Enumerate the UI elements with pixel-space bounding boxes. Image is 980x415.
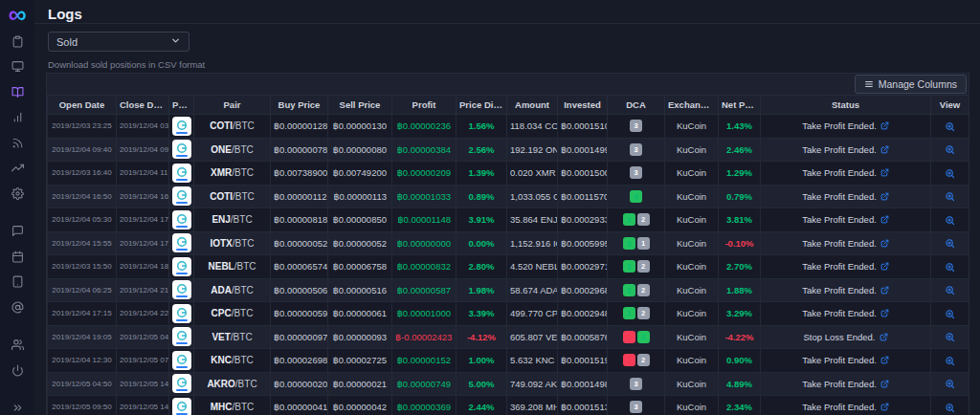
signal-provider-icon[interactable] <box>172 398 191 415</box>
column-header[interactable]: Price Differe.. <box>457 96 507 115</box>
dca-cell: 12 <box>608 325 665 349</box>
buy-price-cell: ฿0.00000059 <box>271 302 328 326</box>
signal-provider-icon[interactable] <box>172 140 191 159</box>
manage-columns-button[interactable]: Manage Columns <box>855 75 967 94</box>
status-cell: Take Profit Ended. <box>761 396 931 415</box>
signal-provider-icon[interactable] <box>172 164 191 183</box>
exchange-cell: KuCoin <box>665 231 719 255</box>
trending-up-icon[interactable] <box>0 156 34 182</box>
profit-cell: ฿0.00001148 <box>392 208 457 232</box>
gear-icon[interactable] <box>0 181 34 207</box>
column-header[interactable]: Buy Price <box>271 96 328 115</box>
zoom-in-icon[interactable] <box>945 378 955 388</box>
zoom-in-icon[interactable] <box>945 214 955 225</box>
price-difference-cell: 1.39% <box>457 162 507 186</box>
column-header[interactable]: Sell Price <box>328 96 392 115</box>
external-link-icon[interactable] <box>880 144 889 155</box>
status-text: Take Profit Ended. <box>802 285 877 295</box>
clipboard-icon[interactable] <box>0 29 34 55</box>
app-logo-infinity-icon[interactable]: ∞ <box>0 0 34 29</box>
signal-provider-icon[interactable] <box>172 304 191 323</box>
signal-provider-icon[interactable] <box>172 327 191 346</box>
table-row: 2019/12/05 09:502019/12/05 14:48MHC/BTC฿… <box>48 396 969 415</box>
status-text: Take Profit Ended. <box>802 402 877 412</box>
zoom-in-icon[interactable] <box>945 261 955 272</box>
status-cell: Stop Loss Ended. <box>761 325 931 349</box>
zoom-in-icon[interactable] <box>945 167 955 178</box>
column-header[interactable]: View <box>931 96 969 115</box>
sell-price-cell: ฿0.00749200 <box>328 162 392 186</box>
chat-icon[interactable] <box>0 219 34 245</box>
external-link-icon[interactable] <box>880 308 889 318</box>
chevrons-right-icon[interactable] <box>0 396 34 415</box>
close-date-cell: 2019/12/04 17:10 <box>117 208 169 232</box>
status-text: Take Profit Ended. <box>802 120 877 131</box>
column-header[interactable]: Amount <box>507 96 558 115</box>
zoom-in-icon[interactable] <box>945 143 955 154</box>
close-date-cell: 2019/12/05 04:15 <box>117 325 169 349</box>
signal-provider-icon[interactable] <box>172 280 191 299</box>
signal-provider-icon[interactable] <box>172 257 191 276</box>
logs-table-card: Manage Columns Open DateClose DateProvi.… <box>46 73 969 415</box>
book-logs-icon[interactable] <box>0 79 34 105</box>
exchange-cell: KuCoin <box>665 349 719 373</box>
external-link-icon[interactable] <box>880 332 888 342</box>
column-header[interactable]: DCA <box>608 96 665 115</box>
tablet-icon[interactable] <box>0 270 34 295</box>
zoom-in-icon[interactable] <box>945 402 955 412</box>
buy-price-cell: ฿0.00000052 <box>271 231 328 255</box>
pair-cell: XMR/BTC <box>194 162 271 186</box>
provider-underline <box>176 202 188 204</box>
dca-badge: 1 <box>623 260 635 273</box>
exchange-cell: KuCoin <box>665 325 719 349</box>
bar-chart-icon[interactable] <box>0 105 34 131</box>
external-link-icon[interactable] <box>880 379 889 389</box>
signal-provider-icon[interactable] <box>172 186 191 206</box>
signal-provider-icon[interactable] <box>172 374 191 393</box>
signal-provider-icon[interactable] <box>172 233 191 252</box>
zoom-in-icon[interactable] <box>945 190 955 201</box>
column-header[interactable]: Exchange na.. <box>665 96 719 115</box>
external-link-icon[interactable] <box>880 261 889 272</box>
rss-icon[interactable] <box>0 130 34 156</box>
column-header[interactable]: Pair <box>194 96 271 115</box>
column-header[interactable]: Net Profit % <box>719 96 761 115</box>
zoom-in-icon[interactable] <box>945 331 955 341</box>
price-difference-cell: 0.89% <box>457 185 507 208</box>
external-link-icon[interactable] <box>880 214 889 225</box>
signal-provider-icon[interactable] <box>172 117 191 136</box>
calendar-icon[interactable] <box>0 244 34 270</box>
zoom-in-icon[interactable] <box>945 284 955 295</box>
column-header[interactable]: Status <box>761 96 931 115</box>
download-csv-link[interactable]: Download sold positions in CSV format <box>48 59 205 70</box>
column-header[interactable]: Profit <box>392 96 457 115</box>
column-header[interactable]: Close Date <box>117 96 169 115</box>
provider-cell <box>169 278 194 302</box>
signal-provider-icon[interactable] <box>172 351 191 370</box>
external-link-icon[interactable] <box>880 191 889 202</box>
dca-cell: 12 <box>608 302 665 326</box>
column-header[interactable]: Invested <box>558 96 608 115</box>
at-sign-icon[interactable] <box>0 295 34 320</box>
column-header[interactable]: Open Date <box>48 96 117 115</box>
zoom-in-icon[interactable] <box>945 237 955 248</box>
external-link-icon[interactable] <box>880 167 889 178</box>
external-link-icon[interactable] <box>880 120 889 131</box>
zoom-in-icon[interactable] <box>945 308 955 318</box>
users-icon[interactable] <box>0 333 34 359</box>
zoom-in-icon[interactable] <box>945 120 955 131</box>
external-link-icon[interactable] <box>880 355 889 365</box>
signal-provider-icon[interactable] <box>172 210 191 229</box>
external-link-icon[interactable] <box>880 285 889 295</box>
provider-underline <box>176 226 188 228</box>
zoom-in-icon[interactable] <box>945 355 955 365</box>
log-type-select[interactable]: Sold <box>48 32 189 52</box>
amount-cell: 605.807 VET <box>507 325 558 349</box>
external-link-icon[interactable] <box>880 402 889 412</box>
dca-badge: 1 <box>623 213 635 226</box>
view-cell <box>931 349 969 373</box>
monitor-icon[interactable] <box>0 55 34 80</box>
external-link-icon[interactable] <box>880 238 889 249</box>
power-icon[interactable] <box>0 358 34 383</box>
column-header[interactable]: Provi... <box>169 96 194 115</box>
